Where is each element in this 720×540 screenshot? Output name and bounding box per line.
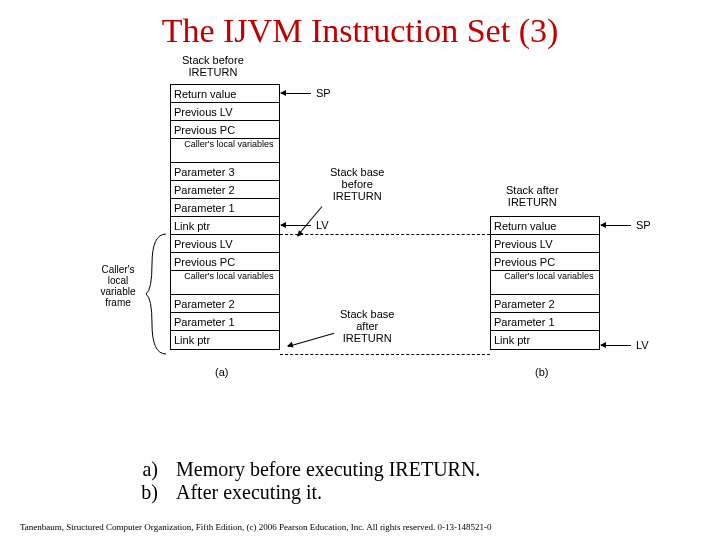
caption-a-text: Memory before executing IRETURN. (176, 458, 480, 481)
footer: Tanenbaum, Structured Computer Organizat… (20, 522, 700, 532)
sublabel-a: (a) (215, 366, 228, 378)
label-stack-before: Stack before IRETURN (182, 54, 244, 78)
label-sp-b: SP (636, 219, 651, 231)
stack-a: Return value Previous LV Previous PC Cal… (170, 84, 280, 350)
cell: Previous PC (171, 121, 279, 139)
cell: Parameter 2 (491, 295, 599, 313)
cell: Previous PC (171, 253, 279, 271)
caption-b-text: After executing it. (176, 481, 322, 504)
gap-label: Caller's local variables (175, 139, 283, 149)
cell: Parameter 1 (171, 313, 279, 331)
cell: Previous PC (491, 253, 599, 271)
arrow-sp-a (281, 93, 311, 94)
arrow-sp-b (601, 225, 631, 226)
label-stack-base-before: Stack base before IRETURN (330, 166, 384, 202)
label-callers-frame: Caller's local variable frame (92, 264, 144, 308)
cell: Parameter 2 (171, 295, 279, 313)
caption: a) Memory before executing IRETURN. b) A… (130, 458, 480, 504)
label-sp-a: SP (316, 87, 331, 99)
cell: Previous LV (171, 235, 279, 253)
cell: Return value (491, 217, 599, 235)
cell: Link ptr (171, 331, 279, 349)
label-lv-b: LV (636, 339, 649, 351)
cell: Parameter 2 (171, 181, 279, 199)
cell: Link ptr (491, 331, 599, 349)
arrow-lv-b (601, 345, 631, 346)
caption-b-mark: b) (130, 481, 158, 504)
cell: Previous LV (491, 235, 599, 253)
gap-label: Caller's local variables (175, 271, 283, 281)
dash-bottom (280, 354, 490, 355)
cell: Parameter 1 (171, 199, 279, 217)
caption-a-mark: a) (130, 458, 158, 481)
gap-cell: Caller's local variables (171, 139, 279, 163)
gap-cell: Caller's local variables (491, 271, 599, 295)
brace-callers-frame (146, 234, 168, 354)
figure: Return value Previous LV Previous PC Cal… (110, 54, 670, 414)
cell: Previous LV (171, 103, 279, 121)
cell: Return value (171, 85, 279, 103)
cell: Parameter 1 (491, 313, 599, 331)
sublabel-b: (b) (535, 366, 548, 378)
cell: Parameter 3 (171, 163, 279, 181)
arrow-stack-base-after (288, 333, 334, 347)
cell: Link ptr (171, 217, 279, 235)
gap-label: Caller's local variables (495, 271, 603, 281)
page-title: The IJVM Instruction Set (3) (0, 0, 720, 54)
dash-top (280, 234, 490, 235)
label-stack-after: Stack after IRETURN (506, 184, 559, 208)
label-lv-upper: LV (316, 219, 329, 231)
gap-cell: Caller's local variables (171, 271, 279, 295)
stack-b: Return value Previous LV Previous PC Cal… (490, 216, 600, 350)
label-stack-base-after: Stack base after IRETURN (340, 308, 394, 344)
